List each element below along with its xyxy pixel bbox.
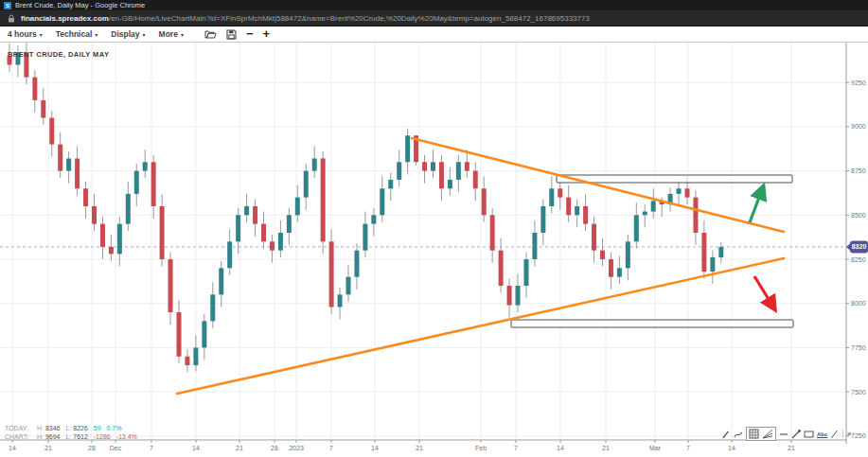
zoom-in-button[interactable]: +	[263, 29, 271, 39]
chart-change: -1286	[94, 433, 111, 440]
lock-icon	[8, 14, 15, 23]
price-zone-rectangle[interactable]	[511, 320, 793, 327]
line-tool-icon[interactable]	[830, 430, 839, 439]
menu-technical-label: Technical	[56, 29, 93, 39]
svg-text:8320: 8320	[852, 243, 867, 250]
time-axis-label: 21	[236, 445, 243, 451]
chevron-down-icon: ▾	[143, 31, 146, 38]
menu-technical[interactable]: Technical ▾	[56, 29, 98, 39]
menu-timeframe-label: 4 hours	[8, 29, 37, 39]
chart-toolbar: 4 hours ▾ Technical ▾ Display ▾ More ▾ −…	[0, 26, 868, 43]
address-text[interactable]: financials.spreadex.com/en-GB/Home/LiveC…	[21, 14, 590, 23]
selected-tool-group	[746, 427, 776, 441]
time-axis-label: 14	[371, 445, 379, 451]
time-axis-label: 7	[514, 445, 518, 451]
time-axis-label: 14	[728, 445, 735, 451]
time-axis-label: 7	[329, 445, 333, 451]
time-axis-label: 28	[271, 445, 278, 451]
menu-display[interactable]: Display ▾	[111, 29, 145, 39]
pen-tool-icon[interactable]	[721, 430, 731, 439]
price-axis-label: 8250	[851, 256, 866, 263]
trendline[interactable]	[412, 138, 784, 232]
price-zone-rectangle[interactable]	[557, 175, 792, 183]
chart-symbol-label: BRENT CRUDE, DAILY MAY	[8, 50, 109, 59]
save-icon[interactable]	[226, 29, 237, 40]
price-axis-label: 7750	[851, 344, 866, 351]
chevron-down-icon: ▾	[40, 31, 43, 38]
open-folder-icon[interactable]	[204, 29, 217, 39]
today-high: 8346	[45, 425, 61, 431]
time-axis-label: 2023	[289, 445, 304, 451]
menu-more-label: More	[159, 29, 178, 39]
time-axis-label: Dec	[110, 445, 122, 451]
today-change-pct: 0.7%	[107, 425, 122, 431]
url-path: /en-GB/Home/LiveChartMain?id=XFinSprMchM…	[109, 14, 590, 23]
browser-titlebar: S Brent Crude, Daily May - Google Chrome	[0, 0, 868, 10]
price-axis-label: 9250	[851, 79, 866, 86]
fan-lines-tool-icon[interactable]	[762, 429, 773, 439]
time-axis-label: 14	[557, 445, 564, 451]
chart-change-pct: -13.4%	[116, 433, 137, 440]
chevron-down-icon: ▾	[181, 31, 184, 38]
price-axis-label: 8750	[851, 167, 866, 174]
time-axis-label: 21	[788, 445, 795, 451]
time-axis-label: 7	[686, 445, 690, 451]
chart-stats-row: CHART: H: 9694 L: 7612 -1286 -13.4%	[5, 432, 141, 441]
close-icon[interactable]: ×	[847, 430, 852, 438]
text-tool-icon[interactable]: Abc	[817, 431, 827, 437]
horizontal-line-tool-icon[interactable]	[779, 430, 788, 439]
today-stats-row: TODAY: H: 8346 L: 8226 59 0.7%	[5, 424, 141, 432]
drawing-toolbar: Abc | ×	[721, 427, 851, 441]
chart-low: 7612	[73, 433, 88, 440]
price-axis-label: 9000	[851, 123, 866, 130]
price-axis-label: 8000	[851, 300, 866, 307]
url-domain: financials.spreadex.com	[21, 14, 109, 23]
time-axis-label: Feb	[475, 445, 487, 451]
today-low: 8226	[73, 425, 88, 431]
chart-high: 9694	[45, 433, 61, 440]
session-stats: TODAY: H: 8346 L: 8226 59 0.7% CHART: H:…	[5, 424, 141, 441]
time-axis-label: Mar	[649, 445, 662, 451]
time-axis-label: 21	[44, 445, 52, 451]
today-change: 59	[94, 425, 101, 431]
green-arrow-annotation[interactable]	[750, 187, 763, 222]
time-axis-label: 28	[88, 445, 96, 451]
time-axis-label: 14	[9, 445, 16, 451]
time-axis-label: 7	[150, 445, 153, 451]
menu-more[interactable]: More ▾	[159, 29, 184, 39]
time-axis-label: 21	[602, 445, 610, 451]
gridlines	[0, 43, 846, 440]
price-axis-label: 7250	[851, 432, 866, 439]
chart-area[interactable]: BRENT CRUDE, DAILY MAY 92509000875085008…	[0, 43, 868, 457]
time-axis-label: 21	[416, 445, 423, 451]
toolbar-divider: |	[841, 430, 843, 438]
chevron-down-icon: ▾	[95, 31, 97, 38]
menu-timeframe[interactable]: 4 hours ▾	[8, 29, 43, 39]
candlestick-chart-canvas[interactable]: 9250900087508500825080007750750072501421…	[0, 43, 868, 457]
spreadex-favicon: S	[4, 2, 11, 9]
rectangle-tool-icon[interactable]	[804, 430, 814, 439]
menu-display-label: Display	[111, 29, 139, 39]
url-bar[interactable]: financials.spreadex.com/en-GB/Home/LiveC…	[0, 10, 868, 26]
price-axis-label: 7500	[851, 389, 866, 395]
price-axis-label: 8500	[851, 212, 866, 219]
trendline-tool-icon[interactable]	[791, 430, 801, 439]
window-title: Brent Crude, Daily May - Google Chrome	[15, 1, 145, 9]
zoom-out-button[interactable]: −	[246, 29, 254, 39]
grid-tool-icon[interactable]	[749, 429, 759, 439]
curve-tool-icon[interactable]	[734, 430, 743, 439]
time-axis-label: 14	[192, 445, 200, 451]
current-price-badge: 8320	[846, 240, 868, 253]
